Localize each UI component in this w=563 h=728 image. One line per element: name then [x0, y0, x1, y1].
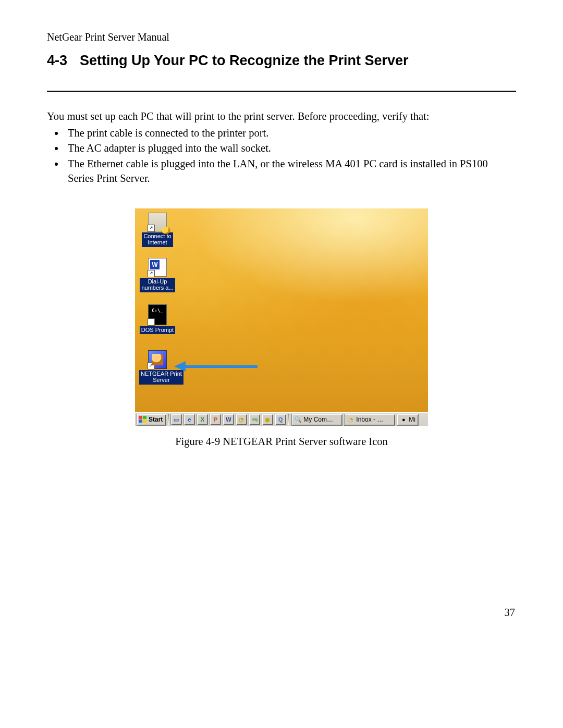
task-label: Mi [409, 416, 415, 423]
icon-label: Connect to Internet [142, 232, 173, 246]
shortcut-arrow-icon: ↗ [148, 225, 155, 232]
taskbar-task-mi[interactable]: ● Mi [397, 414, 419, 426]
taskbar-separator [168, 414, 169, 425]
running-header: NetGear Print Server Manual [47, 31, 516, 43]
icon-label: NETGEAR Print Server [139, 370, 183, 384]
quick-launch-ie[interactable]: e [183, 414, 195, 425]
icon-label: Dial-Up numbers a... [140, 278, 175, 292]
media-glyph-icon: ◉ [264, 416, 271, 423]
ie-glyph-icon: e [186, 416, 193, 423]
annotation-arrow [174, 361, 258, 372]
quicktime-glyph-icon: Q [277, 416, 284, 423]
dos-icon-text: C:\_ [152, 308, 163, 313]
quick-launch-outlook[interactable]: ◔ [236, 414, 247, 425]
list-item: The Ethernet cable is plugged into the L… [65, 157, 516, 186]
taskbar-task-inbox[interactable]: ◔ Inbox - … [344, 414, 395, 426]
powerpoint-glyph-icon: P [212, 416, 219, 423]
start-label: Start [149, 416, 163, 423]
arrow-head-icon [174, 361, 186, 372]
desktop-icon-connect-to-internet[interactable]: ↗ Connect to Internet [139, 213, 176, 246]
intro-paragraph: You must set up each PC that will print … [47, 109, 516, 124]
section-number: 4-3 [47, 53, 67, 69]
icq-glyph-icon: icq [251, 416, 258, 423]
dos-icon: C:\_ ↗ [148, 304, 167, 325]
app-icon: ● [400, 416, 407, 423]
figure-caption: Figure 4-9 NETGEAR Print Server software… [47, 436, 516, 448]
section-title: Setting Up Your PC to Recognize the Prin… [80, 53, 409, 68]
windows-logo-icon [139, 416, 147, 423]
task-label: Inbox - … [356, 416, 383, 423]
word-glyph-icon: W [225, 416, 232, 423]
start-button[interactable]: Start [137, 414, 166, 426]
windows-desktop[interactable]: ↗ Connect to Internet ↗ Dial-Up numbers … [135, 208, 428, 412]
connect-icon: ↗ [148, 213, 167, 231]
quick-launch-excel[interactable]: X [197, 414, 208, 425]
icon-label: DOS Prompt [140, 326, 175, 334]
desktop-icon-netgear-print-server[interactable]: ↗ NETGEAR Print Server [139, 350, 176, 384]
netgear-icon: ↗ [148, 350, 167, 369]
section-heading: 4-3Setting Up Your PC to Recognize the P… [47, 53, 516, 73]
outlook-icon: ◔ [347, 416, 354, 423]
quick-launch-media-player[interactable]: ◉ [262, 414, 273, 425]
desktop-icon-dial-up[interactable]: ↗ Dial-Up numbers a... [139, 258, 176, 292]
document-icon: ↗ [148, 258, 167, 277]
desktop-icon-dos-prompt[interactable]: C:\_ ↗ DOS Prompt [139, 304, 176, 334]
excel-glyph-icon: X [199, 416, 206, 423]
desktop-glyph-icon: ▭ [173, 416, 180, 423]
quick-launch-bar: ▭ e X P W ◔ icq ◉ Q [170, 414, 286, 425]
manual-page: NetGear Print Server Manual 4-3Setting U… [0, 0, 563, 728]
shortcut-arrow-icon: ↗ [148, 270, 155, 277]
list-item: The print cable is connected to the prin… [65, 126, 516, 141]
section-rule [47, 91, 516, 92]
arrow-line [186, 365, 258, 368]
list-item: The AC adapter is plugged into the wall … [65, 141, 516, 156]
taskbar: Start ▭ e X P W ◔ icq ◉ Q 🔍 [135, 412, 428, 426]
quick-launch-powerpoint[interactable]: P [210, 414, 221, 425]
explorer-icon: 🔍 [295, 416, 302, 423]
quick-launch-show-desktop[interactable]: ▭ [170, 414, 182, 425]
shortcut-arrow-icon: ↗ [148, 362, 155, 369]
embedded-screenshot: ↗ Connect to Internet ↗ Dial-Up numbers … [135, 208, 428, 426]
figure: ↗ Connect to Internet ↗ Dial-Up numbers … [47, 208, 516, 448]
taskbar-separator [288, 414, 289, 425]
quick-launch-word[interactable]: W [223, 414, 234, 425]
shortcut-arrow-icon: ↗ [148, 318, 155, 326]
quick-launch-icq[interactable]: icq [249, 414, 260, 425]
task-label: My Com… [303, 416, 333, 423]
page-number: 37 [505, 607, 516, 619]
quick-launch-quicktime[interactable]: Q [275, 414, 286, 425]
outlook-glyph-icon: ◔ [238, 416, 245, 423]
prereq-list: The print cable is connected to the prin… [47, 126, 516, 186]
taskbar-tasks: 🔍 My Com… ◔ Inbox - … ● Mi [291, 414, 419, 426]
taskbar-task-my-computer[interactable]: 🔍 My Com… [291, 414, 342, 426]
